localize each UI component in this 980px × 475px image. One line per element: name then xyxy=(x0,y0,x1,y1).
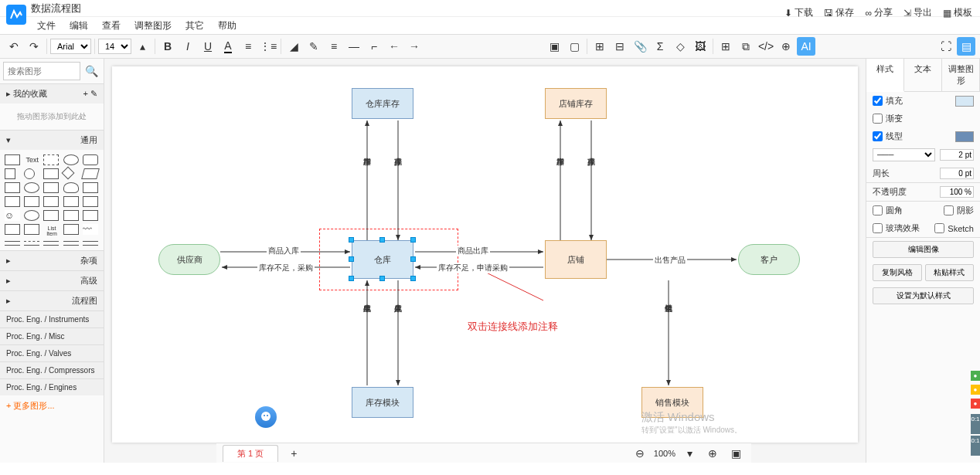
palette-advanced-header[interactable]: ▸ 高级 xyxy=(0,271,104,290)
shape-internal[interactable] xyxy=(24,224,39,235)
shape-note[interactable] xyxy=(83,196,98,207)
shape-and[interactable] xyxy=(43,210,59,221)
tab-arrange[interactable]: 调整图形 xyxy=(942,59,980,91)
shape-ellipse[interactable] xyxy=(63,154,79,165)
shape-arrow2[interactable] xyxy=(63,241,79,242)
font-family-select[interactable]: Arial xyxy=(50,39,91,54)
selection-handle[interactable] xyxy=(410,256,416,262)
node-stock-module[interactable]: 库存模块 xyxy=(352,387,413,418)
side-badge-2[interactable]: ● xyxy=(971,385,980,395)
sketch-checkbox[interactable]: Sketch xyxy=(934,223,974,233)
font-size-up[interactable]: ▴ xyxy=(133,37,151,56)
selection-handle[interactable] xyxy=(379,237,385,243)
menu-file[interactable]: 文件 xyxy=(31,18,62,34)
arrow-end-button[interactable]: → xyxy=(405,37,424,56)
shape-process[interactable] xyxy=(43,168,59,179)
arrow-start-button[interactable]: ← xyxy=(385,37,403,56)
shape-hexagon[interactable] xyxy=(5,182,20,193)
fill-checkbox[interactable]: 填充 xyxy=(873,95,903,107)
tab-style[interactable]: 样式 xyxy=(866,59,904,92)
copy-style-button[interactable]: 复制风格 xyxy=(873,264,922,281)
list-button[interactable]: ⋮≡ xyxy=(259,37,277,56)
shadow-checkbox[interactable]: 阴影 xyxy=(944,205,974,216)
add-page-button[interactable]: + xyxy=(284,444,303,463)
link-button[interactable]: ⧉ xyxy=(737,37,755,56)
undo-button[interactable]: ↶ xyxy=(5,37,23,56)
shape-parallelogram[interactable] xyxy=(81,168,100,179)
edge-short-purchase[interactable]: 库存不足，采购 xyxy=(257,263,315,273)
format-panel-toggle[interactable]: ▤ xyxy=(957,37,975,56)
shape-cylinder[interactable] xyxy=(24,182,39,193)
shape-arrow6[interactable] xyxy=(63,245,79,246)
align-button[interactable]: ≡ xyxy=(239,37,257,56)
tab-text[interactable]: 文本 xyxy=(904,59,942,91)
table-button[interactable]: ⊞ xyxy=(716,37,735,56)
shape-card[interactable] xyxy=(5,196,20,207)
more-button[interactable]: ⊕ xyxy=(777,37,795,56)
font-color-button[interactable]: A xyxy=(219,37,237,56)
selection-handle[interactable] xyxy=(349,237,354,243)
more-shapes-link[interactable]: + 更多图形... xyxy=(0,395,104,416)
menu-help[interactable]: 帮助 xyxy=(212,18,243,34)
canvas-area[interactable]: 仓库库存 店铺库存 供应商 仓库 店铺 客户 库存模块 销售模块 xyxy=(104,59,866,463)
palette-flowchart-header[interactable]: ▸ 流程图 xyxy=(0,291,104,310)
line-checkbox[interactable]: 线型 xyxy=(873,131,903,142)
chat-assistant-icon[interactable] xyxy=(255,406,277,428)
fill-color-swatch[interactable] xyxy=(955,96,974,107)
to-back-button[interactable]: ▢ xyxy=(565,37,584,56)
line-style-select[interactable]: ─── xyxy=(873,148,935,161)
node-warehouse-stock[interactable]: 仓库库存 xyxy=(352,88,413,119)
rounded-checkbox[interactable]: 圆角 xyxy=(873,205,903,216)
zoom-in-button[interactable]: ⊕ xyxy=(703,444,722,463)
selection-handle[interactable] xyxy=(410,237,416,243)
zoom-dropdown[interactable]: ▾ xyxy=(680,444,699,463)
set-default-button[interactable]: 设置为默认样式 xyxy=(873,287,974,304)
shape-curve[interactable]: 〰 xyxy=(83,224,98,235)
selection-handle[interactable] xyxy=(349,256,354,262)
shape-tape[interactable] xyxy=(24,196,39,207)
shape-line[interactable] xyxy=(5,241,20,242)
shape-step[interactable] xyxy=(43,196,59,207)
shape-dashed-line[interactable] xyxy=(24,241,39,242)
palette-pe-instruments[interactable]: Proc. Eng. / Instruments xyxy=(0,311,104,327)
shape-cloud[interactable] xyxy=(63,182,79,193)
shape-callout[interactable] xyxy=(63,196,79,207)
zoom-out-button[interactable]: ⊖ xyxy=(631,444,649,463)
shape-actor[interactable]: ☺ xyxy=(5,210,20,221)
ungroup-button[interactable]: ⊟ xyxy=(611,37,629,56)
selection-handle[interactable] xyxy=(410,276,416,281)
search-shapes-input[interactable] xyxy=(3,62,80,80)
shape-button[interactable]: ◇ xyxy=(671,37,689,56)
menu-arrange[interactable]: 调整图形 xyxy=(128,18,178,34)
menu-edit[interactable]: 编辑 xyxy=(63,18,94,34)
line-width-input[interactable] xyxy=(940,149,974,161)
node-customer[interactable]: 客户 xyxy=(738,244,800,275)
share-button[interactable]: ∞ 分享 xyxy=(865,6,893,19)
shape-list[interactable]: List Item xyxy=(43,224,60,238)
palette-pe-engines[interactable]: Proc. Eng. / Engines xyxy=(0,379,104,395)
image-button[interactable]: 🖼 xyxy=(691,37,709,56)
menu-view[interactable]: 查看 xyxy=(96,18,127,34)
shape-or[interactable] xyxy=(24,210,39,221)
node-store-stock[interactable]: 店铺库存 xyxy=(545,88,607,119)
node-supplier[interactable]: 供应商 xyxy=(158,244,220,275)
line-color-button[interactable]: ✎ xyxy=(305,37,323,56)
shape-diamond[interactable] xyxy=(61,167,74,180)
shape-arrow7[interactable] xyxy=(83,245,98,246)
to-front-button[interactable]: ▣ xyxy=(545,37,563,56)
edge-goods-in[interactable]: 商品入库 xyxy=(267,246,301,256)
shape-arrow1[interactable] xyxy=(43,241,59,242)
shape-swim[interactable] xyxy=(63,224,79,235)
attach-button[interactable]: 📎 xyxy=(631,37,649,56)
shape-dashed[interactable] xyxy=(43,154,59,165)
selection-handle[interactable] xyxy=(349,276,354,281)
search-icon[interactable]: 🔍 xyxy=(82,62,100,80)
edit-image-button[interactable]: 编辑图像 xyxy=(873,241,974,258)
code-button[interactable]: </> xyxy=(757,37,775,56)
node-store[interactable]: 店铺 xyxy=(545,240,607,279)
sum-button[interactable]: Σ xyxy=(651,37,669,56)
waypoint-button[interactable]: ⌐ xyxy=(365,37,383,56)
line-style-button[interactable]: ≡ xyxy=(325,37,343,56)
shape-arrow5[interactable] xyxy=(43,245,59,246)
paste-style-button[interactable]: 粘贴样式 xyxy=(925,264,975,281)
